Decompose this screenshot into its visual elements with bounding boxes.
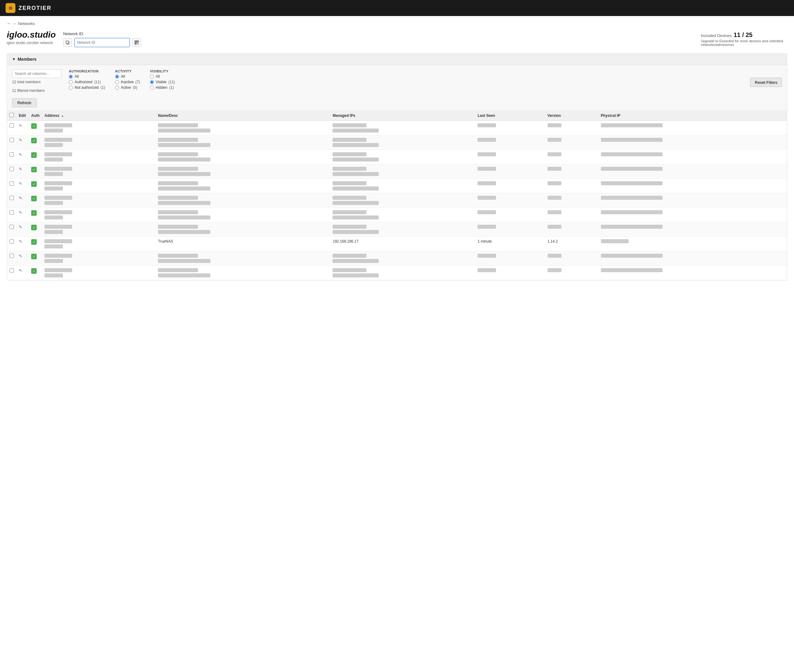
- row-checkbox[interactable]: [10, 268, 14, 272]
- managed-ip-blurred: [332, 123, 366, 127]
- managed-ip2-blurred: [332, 143, 379, 147]
- svg-rect-7: [135, 43, 136, 44]
- col-header-address[interactable]: Address ▲: [42, 110, 156, 121]
- edit-icon[interactable]: ✎: [19, 152, 22, 157]
- managed-ip2-blurred: [332, 230, 379, 234]
- row-auth-cell: ✓: [29, 135, 42, 150]
- activity-active-radio[interactable]: [115, 86, 119, 90]
- row-edit-cell: ✎: [16, 222, 29, 237]
- visibility-hidden-radio[interactable]: [150, 86, 154, 90]
- auth-authorized-radio[interactable]: [69, 80, 73, 84]
- edit-icon[interactable]: ✎: [19, 254, 22, 258]
- select-all-checkbox[interactable]: [10, 113, 14, 117]
- row-last-seen-cell: [475, 179, 545, 193]
- network-id-label: Network ID:: [63, 32, 84, 36]
- address-blurred: [45, 210, 72, 214]
- auth-authorized-row: Authorized (11): [69, 80, 105, 84]
- managed-ip2-blurred: [332, 157, 379, 162]
- activity-inactive-radio[interactable]: [115, 80, 119, 84]
- row-checkbox[interactable]: [10, 196, 14, 200]
- managed-ip-blurred: [332, 167, 366, 171]
- refresh-button[interactable]: Refresh: [12, 98, 37, 107]
- devices-label: Included Devices: 11 / 25: [701, 32, 787, 38]
- edit-icon[interactable]: ✎: [19, 239, 22, 244]
- devices-count: 11 / 25: [733, 32, 752, 38]
- last-seen-blurred: [478, 268, 496, 272]
- row-checkbox[interactable]: [10, 181, 14, 186]
- row-version-cell: 1.14.2: [545, 237, 598, 251]
- row-checkbox[interactable]: [10, 239, 14, 243]
- edit-icon[interactable]: ✎: [19, 138, 22, 142]
- edit-icon[interactable]: ✎: [19, 181, 22, 186]
- activity-all-radio[interactable]: [115, 75, 119, 78]
- row-physical-ip-cell: [598, 193, 787, 208]
- row-name-cell: [156, 121, 330, 135]
- devices-block: Included Devices: 11 / 25 Upgrade to Ess…: [701, 30, 787, 46]
- edit-icon[interactable]: ✎: [19, 210, 22, 215]
- copy-icon-button[interactable]: [63, 38, 72, 47]
- row-checkbox[interactable]: [10, 123, 14, 128]
- address-blurred: [45, 167, 72, 171]
- members-section: ▼ Members 12 total members 11 filtered m…: [7, 53, 787, 280]
- row-checkbox[interactable]: [10, 210, 14, 214]
- edit-icon[interactable]: ✎: [19, 268, 22, 273]
- row-auth-cell: ✓: [29, 164, 42, 179]
- row-checkbox-cell: [7, 179, 16, 193]
- edit-icon[interactable]: ✎: [19, 167, 22, 171]
- activity-filter-title: ACTIVITY: [115, 69, 140, 73]
- edit-icon[interactable]: ✎: [19, 225, 22, 229]
- row-checkbox-cell: [7, 164, 16, 179]
- search-input[interactable]: [12, 69, 61, 78]
- row-checkbox[interactable]: [10, 138, 14, 142]
- activity-inactive-row: Inactive (7): [115, 80, 140, 84]
- reset-filters-button[interactable]: Reset Filters: [750, 78, 782, 87]
- visibility-all-radio[interactable]: [150, 75, 154, 78]
- qr-icon-button[interactable]: [132, 38, 141, 47]
- physical-ip-blurred: [601, 254, 662, 258]
- auth-all-radio[interactable]: [69, 75, 73, 78]
- name-sub-blurred: [158, 187, 210, 190]
- row-address-cell: [42, 208, 156, 222]
- auth-check-icon: ✓: [31, 138, 37, 143]
- row-edit-cell: ✎: [16, 150, 29, 164]
- networks-link[interactable]: ← Networks: [13, 21, 35, 26]
- col-header-name: Name/Desc: [156, 110, 330, 121]
- row-checkbox-cell: [7, 266, 16, 280]
- visibility-visible-row: Visible (11): [150, 80, 175, 84]
- row-managed-ip-cell: [330, 222, 475, 237]
- row-checkbox[interactable]: [10, 152, 14, 157]
- activity-all-label: All: [121, 74, 125, 78]
- row-checkbox[interactable]: [10, 167, 14, 171]
- edit-icon[interactable]: ✎: [19, 123, 22, 128]
- auth-check-icon: ✓: [31, 123, 37, 129]
- members-header[interactable]: ▼ Members: [7, 54, 787, 65]
- row-checkbox[interactable]: [10, 254, 14, 258]
- col-header-auth: Auth: [29, 110, 42, 121]
- table-header-row: Edit Auth Address ▲ Name/Desc Managed IP…: [7, 110, 787, 121]
- managed-ip-blurred: [332, 268, 366, 272]
- version-blurred: [547, 123, 561, 127]
- row-name-cell: [156, 208, 330, 222]
- breadcrumb[interactable]: ← ← Networks: [7, 21, 787, 26]
- row-auth-cell: ✓: [29, 237, 42, 251]
- auth-notauthorized-radio[interactable]: [69, 86, 73, 90]
- address-sub-blurred: [45, 172, 63, 176]
- name-blurred: [158, 254, 198, 258]
- managed-ip-blurred: [332, 254, 366, 258]
- row-physical-ip-cell: [598, 150, 787, 164]
- version-blurred: [547, 181, 561, 185]
- last-seen-blurred: [478, 181, 496, 185]
- network-id-input[interactable]: [74, 38, 130, 47]
- row-physical-ip-cell: [598, 164, 787, 179]
- edit-icon[interactable]: ✎: [19, 196, 22, 200]
- visibility-visible-radio[interactable]: [150, 80, 154, 84]
- row-name-cell: [156, 164, 330, 179]
- row-edit-cell: ✎: [16, 266, 29, 280]
- name-sub-blurred: [158, 143, 210, 147]
- address-blurred: [45, 196, 72, 200]
- row-checkbox[interactable]: [10, 225, 14, 229]
- row-address-cell: [42, 237, 156, 251]
- name-blurred: [158, 138, 198, 142]
- row-last-seen-cell: [475, 208, 545, 222]
- address-sub-blurred: [45, 259, 63, 263]
